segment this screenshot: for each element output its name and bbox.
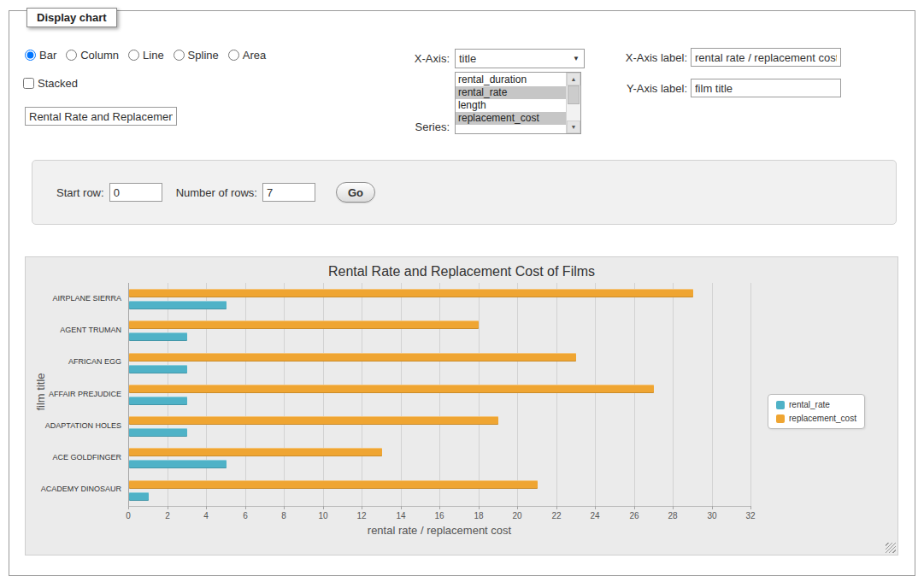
x-tick-mark (634, 506, 635, 509)
x-tick-mark (750, 506, 751, 509)
gridline (323, 283, 324, 506)
legend-item-replacement_cost[interactable]: replacement_cost (776, 414, 856, 423)
chart-title-input[interactable] (25, 107, 177, 126)
x-tick-label: 20 (504, 511, 530, 520)
chart-legend: rental_ratereplacement_cost (768, 394, 865, 429)
gridline (284, 283, 285, 506)
x-tick-mark (517, 506, 518, 509)
x-axis-select[interactable]: title ▼ (455, 49, 585, 68)
chart-type-radio-bar[interactable] (25, 50, 36, 61)
stacked-label: Stacked (38, 77, 78, 90)
x-tick-label: 14 (388, 511, 414, 520)
x-tick-mark (128, 506, 129, 509)
resize-handle-icon[interactable] (886, 543, 896, 553)
category-label: AFRICAN EGG (26, 357, 121, 366)
x-tick-label: 10 (310, 511, 336, 520)
category-label: ACE GOLDFINGER (26, 453, 121, 461)
series-option-length[interactable]: length (456, 99, 566, 112)
x-tick-mark (439, 506, 440, 509)
x-axis-label-input[interactable] (691, 48, 841, 67)
gridline (401, 283, 402, 506)
bar-replacement_cost (129, 289, 693, 297)
category-label: AIRPLANE SIERRA (26, 294, 121, 303)
x-tick-mark (206, 506, 207, 509)
x-tick-label: 8 (271, 511, 297, 520)
x-axis-select-value: title (459, 52, 476, 65)
chart-type-label-spline: Spline (188, 49, 219, 62)
panel-title: Display chart (26, 8, 117, 27)
y-axis-label-input[interactable] (691, 79, 841, 97)
go-button[interactable]: Go (336, 182, 375, 203)
gridline (206, 283, 207, 506)
bar-rental_rate (129, 397, 187, 405)
bar-rental_rate (129, 365, 187, 373)
start-row-input[interactable] (109, 183, 162, 202)
series-scrollbar[interactable]: ▲ ▼ (566, 73, 580, 133)
gridline (479, 283, 480, 506)
bar-replacement_cost (129, 480, 538, 489)
stacked-checkbox[interactable] (23, 78, 34, 89)
stacked-option[interactable]: Stacked (23, 77, 78, 90)
bar-replacement_cost (129, 353, 576, 362)
x-axis-label-label: X-Axis label: (612, 51, 687, 64)
gridline (712, 283, 713, 506)
bar-rental_rate (129, 332, 187, 341)
x-tick-mark (479, 506, 480, 509)
x-tick-mark (362, 506, 362, 509)
scrollbar-thumb[interactable] (568, 85, 580, 104)
series-option-rental_duration[interactable]: rental_duration (456, 73, 566, 86)
chart-type-option-column[interactable]: Column (66, 49, 119, 62)
x-tick-label: 18 (466, 511, 491, 520)
x-tick-label: 30 (699, 511, 725, 520)
x-axis-select-label: X-Axis: (377, 52, 450, 65)
series-multiselect: rental_durationrental_ratelengthreplacem… (455, 72, 581, 134)
chart-type-radio-column[interactable] (66, 50, 77, 61)
chart-title: Rental Rate and Replacement Cost of Film… (26, 264, 898, 279)
chart-type-label-bar: Bar (39, 49, 56, 62)
chart-type-radio-line[interactable] (128, 50, 139, 61)
start-row-label: Start row: (56, 186, 104, 199)
rows-panel: Start row: Number of rows: Go (32, 160, 897, 225)
chart-type-label-column: Column (80, 49, 119, 62)
num-rows-input[interactable] (262, 183, 315, 202)
y-axis-label-label: Y-Axis label: (612, 82, 687, 95)
chart-type-radio-area[interactable] (228, 50, 239, 61)
legend-swatch-icon (776, 414, 785, 423)
chart-type-option-bar[interactable]: Bar (25, 49, 56, 62)
series-option-replacement_cost[interactable]: replacement_cost (456, 112, 566, 125)
x-tick-mark (284, 506, 285, 509)
x-tick-label: 12 (349, 511, 374, 520)
series-option-rental_rate[interactable]: rental_rate (456, 86, 566, 99)
num-rows-label: Number of rows: (176, 186, 257, 199)
bar-replacement_cost (129, 448, 382, 456)
bar-replacement_cost (129, 416, 498, 425)
x-tick-mark (556, 506, 557, 509)
x-tick-label: 2 (155, 511, 180, 520)
x-tick-mark (712, 506, 713, 509)
series-options-list: rental_durationrental_ratelengthreplacem… (456, 73, 566, 133)
gridline (750, 283, 751, 506)
x-tick-mark (245, 506, 246, 509)
display-chart-panel: Display chart Bar Column Line Spline Are… (9, 10, 915, 576)
chevron-down-icon: ▼ (573, 55, 580, 62)
scroll-up-button[interactable]: ▲ (567, 73, 580, 85)
chart-type-option-spline[interactable]: Spline (174, 49, 219, 62)
x-tick-label: 24 (582, 511, 608, 520)
gridline (168, 283, 168, 506)
plot-area (128, 283, 750, 507)
category-label: ADAPTATION HOLES (26, 421, 121, 430)
category-label: AGENT TRUMAN (26, 326, 121, 334)
x-tick-mark (323, 506, 324, 509)
chart-type-radio-spline[interactable] (174, 50, 185, 61)
chart-type-option-area[interactable]: Area (228, 49, 266, 62)
gridline (245, 283, 246, 506)
legend-item-rental_rate[interactable]: rental_rate (776, 400, 856, 409)
bar-replacement_cost (129, 385, 654, 393)
bar-rental_rate (129, 428, 187, 437)
gridline (362, 283, 362, 506)
arrow-down-icon: ▼ (571, 124, 577, 130)
x-tick-label: 22 (544, 511, 569, 520)
y-axis-line (128, 283, 129, 506)
chart-type-option-line[interactable]: Line (128, 49, 164, 62)
scroll-down-button[interactable]: ▼ (567, 121, 580, 133)
